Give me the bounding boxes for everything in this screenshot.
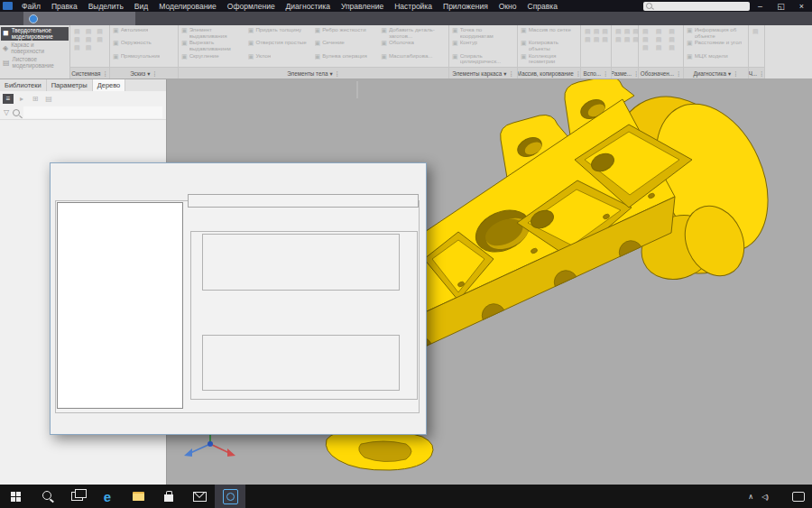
ribbon-group-label[interactable]: Массив, копирование⋮ xyxy=(518,67,580,79)
tree-group-button[interactable]: ⊞ xyxy=(30,94,41,104)
ribbon-group-label[interactable]: Диагностика▾⋮ xyxy=(684,67,748,79)
tree-list-button[interactable]: ▤ xyxy=(43,94,54,104)
ribbon-command[interactable]: ▣Контур xyxy=(452,40,514,51)
ribbon-command-icon[interactable]: ▤ xyxy=(669,36,679,42)
command-search-input[interactable] xyxy=(655,2,747,10)
ribbon-command-icon[interactable]: ▤ xyxy=(642,36,653,42)
ribbon-command-icon[interactable]: ▤ xyxy=(656,44,667,51)
settings-category-list[interactable] xyxy=(57,202,183,409)
ribbon-command-icon[interactable]: ▤ xyxy=(615,28,622,34)
action-center-icon[interactable] xyxy=(792,492,805,502)
ribbon-command[interactable]: ▣Информация об объекте xyxy=(687,27,745,39)
ribbon-command[interactable]: ▣Сечение xyxy=(315,40,380,51)
ribbon-group-label[interactable]: Системная⋮ xyxy=(70,67,109,79)
minimize-button[interactable]: – xyxy=(750,2,770,11)
volume-icon[interactable]: ◁) xyxy=(761,493,768,501)
ribbon-command-icon[interactable]: ▤ xyxy=(74,36,83,42)
ribbon-command[interactable]: ▣Окружность xyxy=(113,40,175,51)
tree-tab-Параметры[interactable]: Параметры xyxy=(47,79,93,91)
ribbon-command[interactable]: ▣Точка по координатам xyxy=(452,27,514,39)
document-tab[interactable] xyxy=(23,12,135,25)
ribbon-command[interactable]: ▣Автолиния xyxy=(113,27,175,39)
close-button[interactable]: × xyxy=(791,2,812,11)
ribbon-command-icon[interactable]: ▤ xyxy=(624,36,631,42)
ribbon-command-icon[interactable]: ▤ xyxy=(642,28,653,34)
ribbon-group-label[interactable]: Элементы тела▾⋮ xyxy=(179,67,448,79)
ribbon-command-icon[interactable]: ▤ xyxy=(624,28,631,34)
menu-item[interactable]: Управление xyxy=(336,2,389,11)
menu-item[interactable]: Диагностика xyxy=(281,2,336,11)
command-search-box[interactable] xyxy=(643,2,750,11)
ribbon-command[interactable]: ▣Добавить деталь-заготов... xyxy=(381,27,446,39)
ribbon-command-icon[interactable]: ▤ xyxy=(752,28,759,34)
tree-structure-button[interactable]: ≡ xyxy=(3,94,14,104)
ribbon-command-icon[interactable]: ▤ xyxy=(632,36,639,42)
ribbon-command[interactable]: ▣Расстояние и угол xyxy=(687,40,745,51)
ribbon-group-label[interactable]: Эскиз▾⋮ xyxy=(110,67,178,79)
ribbon-command-icon[interactable]: ▤ xyxy=(656,28,667,34)
tree-tab-Дерево[interactable]: Дерево xyxy=(93,79,126,91)
ribbon-group-label[interactable]: Ч...⋮ xyxy=(749,67,764,79)
ribbon-group-label[interactable]: Элементы каркаса▾⋮ xyxy=(449,67,517,79)
ribbon-command[interactable]: ▣Отверстия простые xyxy=(248,40,313,51)
taskbar-search-button[interactable] xyxy=(31,485,61,508)
ribbon-command[interactable]: ▣Масштабирова... xyxy=(381,53,446,65)
menu-item[interactable]: Окно xyxy=(494,2,522,11)
ribbon-command[interactable]: ▣Элемент выдавливания xyxy=(181,27,246,39)
ribbon-command[interactable]: ▣Копировать объекты xyxy=(521,40,577,51)
ribbon-command[interactable]: ▣Вырезать выдавливанием xyxy=(181,40,246,51)
ribbon-command[interactable]: ▣МЦХ модели xyxy=(687,53,745,65)
ribbon-command[interactable]: ▣Прямоугольник xyxy=(113,53,175,65)
menu-item[interactable]: Настройка xyxy=(389,2,438,11)
ribbon-command-icon[interactable]: ▤ xyxy=(86,44,95,51)
menu-item[interactable]: Выделить xyxy=(83,2,129,11)
menu-item[interactable]: Оформление xyxy=(222,2,281,11)
ribbon-command-icon[interactable]: ▤ xyxy=(585,36,591,42)
ribbon-command-icon[interactable]: ▤ xyxy=(594,28,600,34)
menu-item[interactable]: Моделирование xyxy=(153,2,222,11)
ribbon-command-icon[interactable]: ▤ xyxy=(602,36,608,42)
menu-item[interactable]: Справка xyxy=(522,2,563,11)
tree-tab-Библиотеки[interactable]: Библиотеки xyxy=(0,79,47,91)
ribbon-group-label[interactable]: Разме...⋮ xyxy=(612,67,638,79)
mail-button[interactable] xyxy=(184,485,215,508)
menu-item[interactable]: Вид xyxy=(129,2,153,11)
start-button[interactable] xyxy=(0,485,31,508)
mode-button[interactable]: ◈Каркас и поверхности xyxy=(1,42,69,55)
mode-button[interactable]: ◼Твердотельное моделирование xyxy=(1,27,69,41)
ribbon-command[interactable]: ▣Скругление xyxy=(181,53,246,65)
ribbon-command-icon[interactable]: ▤ xyxy=(669,28,679,34)
ribbon-command-icon[interactable]: ▤ xyxy=(74,28,83,34)
ribbon-command[interactable]: ▣Булева операция xyxy=(315,53,380,65)
ribbon-command-icon[interactable]: ▤ xyxy=(585,28,591,34)
ribbon-command-icon[interactable]: ▤ xyxy=(97,36,106,42)
filter-icon[interactable]: ▽ xyxy=(4,108,9,116)
ribbon-command-icon[interactable]: ▤ xyxy=(97,28,106,34)
ribbon-command-icon[interactable]: ▤ xyxy=(86,36,95,42)
menu-item[interactable]: Приложения xyxy=(438,2,494,11)
parameters-dialog[interactable] xyxy=(50,162,427,435)
ribbon-command-icon[interactable]: ▤ xyxy=(632,28,639,34)
ribbon-command[interactable]: ▣Уклон xyxy=(248,53,313,65)
ribbon-group-label[interactable]: Обозначен...⋮ xyxy=(639,67,683,79)
ribbon-command[interactable]: ▣Коллекция геометрии xyxy=(521,53,577,65)
tray-expand-icon[interactable]: ∧ xyxy=(748,493,753,501)
restore-button[interactable]: ◱ xyxy=(770,2,791,11)
ribbon-group-label[interactable]: Вспо...⋮ xyxy=(581,67,611,79)
ribbon-command-icon[interactable]: ▤ xyxy=(615,36,622,42)
kompas-taskbar-button[interactable] xyxy=(215,485,245,508)
file-explorer-button[interactable] xyxy=(123,485,153,508)
ribbon-command-icon[interactable]: ▤ xyxy=(74,44,83,51)
ribbon-command-icon[interactable]: ▤ xyxy=(86,28,95,34)
ribbon-command[interactable]: ▣Оболочка xyxy=(381,40,446,51)
ribbon-command-icon[interactable]: ▤ xyxy=(594,36,600,42)
ribbon-command-icon[interactable]: ▤ xyxy=(602,28,608,34)
mode-button[interactable]: ▤Листовое моделирование xyxy=(1,56,69,69)
edge-button[interactable]: e xyxy=(92,485,123,508)
ribbon-command-icon[interactable]: ▤ xyxy=(642,44,653,51)
menu-item[interactable]: Файл xyxy=(16,2,46,11)
ribbon-command-icon[interactable]: ▤ xyxy=(656,36,667,42)
tree-search-input[interactable] xyxy=(23,106,162,118)
menu-item[interactable]: Правка xyxy=(46,2,83,11)
ribbon-command[interactable]: ▣Массив по сетке xyxy=(521,27,577,39)
